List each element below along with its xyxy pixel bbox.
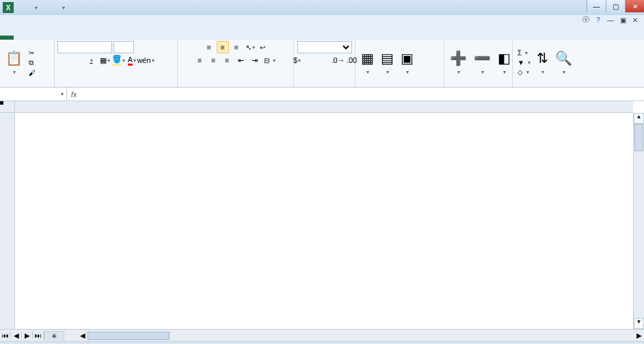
wrap-text-button[interactable]: ↩: [258, 43, 269, 52]
bucket-icon: 🪣: [112, 55, 122, 66]
copy-button[interactable]: ⧉: [27, 58, 39, 68]
scroll-left-icon[interactable]: ◀: [78, 332, 88, 339]
phonetic-button[interactable]: wén: [139, 54, 152, 66]
sheet-next-button[interactable]: ▶: [22, 332, 33, 339]
indent-decrease-button[interactable]: ⇤: [234, 54, 247, 66]
format-cells-button[interactable]: ◧: [495, 49, 513, 77]
copy-icon: ⧉: [29, 59, 33, 67]
quick-access-toolbar: X: [0, 2, 71, 13]
insert-cells-button[interactable]: ➕: [447, 49, 470, 77]
align-right-button[interactable]: ≡: [221, 54, 233, 66]
delete-cells-button[interactable]: ➖: [471, 49, 494, 77]
horizontal-scrollbar[interactable]: ◀ ▶: [78, 331, 644, 341]
spreadsheet-grid: ▲ ▼: [0, 101, 644, 329]
merge-button[interactable]: ⊟: [262, 56, 278, 65]
row-headers: [0, 113, 15, 329]
find-select-button[interactable]: 🔍: [552, 49, 575, 77]
font-size-select[interactable]: [113, 41, 134, 53]
select-all-corner[interactable]: [0, 101, 15, 113]
close-button[interactable]: ✕: [625, 0, 644, 12]
autosum-button[interactable]: Σ: [515, 49, 533, 57]
ribbon-tabs: [0, 25, 644, 40]
align-left-button[interactable]: ≡: [193, 54, 206, 66]
find-icon: 🔍: [555, 50, 572, 66]
conditional-format-button[interactable]: ▦: [358, 49, 377, 77]
cells-area[interactable]: [15, 113, 633, 329]
italic-button[interactable]: [71, 54, 83, 66]
doc-control-row: ⓥ ? — ▣ ✕: [0, 15, 644, 25]
name-box[interactable]: [0, 88, 67, 101]
formula-input[interactable]: [81, 88, 644, 101]
qat-customize-icon[interactable]: [57, 2, 68, 13]
title-bar: X — ▢ ✕: [0, 0, 644, 15]
group-alignment: ≡ ≡ ≡ ➴ ↩ ≡ ≡ ≡ ⇤ ⇥ ⊟: [178, 40, 294, 87]
percent-button[interactable]: [305, 54, 317, 66]
group-title-clipboard: [3, 84, 51, 85]
group-title-alignment: [180, 84, 291, 85]
paste-button[interactable]: 📋: [3, 49, 25, 77]
fill-icon: ▼: [518, 59, 524, 66]
bold-button[interactable]: [57, 54, 70, 66]
save-icon[interactable]: [16, 2, 27, 13]
vertical-scrollbar[interactable]: ▲ ▼: [633, 113, 644, 329]
align-bottom-button[interactable]: ≡: [230, 41, 243, 53]
number-format-select[interactable]: [297, 41, 352, 53]
font-color-icon: A: [128, 55, 133, 66]
orientation-button[interactable]: ➴: [244, 41, 256, 53]
doc-restore-icon[interactable]: ▣: [617, 16, 629, 24]
excel-logo-icon: X: [3, 2, 14, 13]
new-sheet-button[interactable]: ✳: [44, 331, 64, 341]
sheet-nav: ⏮ ◀ ▶ ⏭: [0, 332, 44, 339]
ribbon: 📋 ✂ ⧉ 🖌 ▦ 🪣: [0, 40, 644, 88]
sigma-icon: Σ: [518, 49, 522, 57]
format-painter-button[interactable]: 🖌: [27, 68, 39, 77]
border-button[interactable]: ▦: [98, 54, 111, 66]
fx-area: fx: [67, 88, 81, 101]
eraser-icon: ◇: [518, 68, 523, 76]
sheet-prev-button[interactable]: ◀: [11, 332, 22, 339]
undo-icon[interactable]: [30, 2, 41, 13]
increase-decimal-button[interactable]: .0→: [332, 54, 345, 66]
scroll-right-icon[interactable]: ▶: [634, 332, 644, 339]
help-icon[interactable]: ?: [592, 16, 604, 24]
window-controls: — ▢ ✕: [587, 0, 644, 12]
grow-font-button[interactable]: [135, 41, 148, 53]
fx-button[interactable]: fx: [67, 90, 81, 98]
cut-button[interactable]: ✂: [27, 49, 39, 57]
group-styles: ▦ ▤ ▣: [355, 40, 444, 87]
fill-button[interactable]: ▼: [515, 58, 533, 67]
clear-button[interactable]: ◇: [515, 68, 533, 77]
maximize-button[interactable]: ▢: [606, 0, 625, 12]
sort-icon: ⇅: [537, 50, 548, 66]
scroll-down-icon[interactable]: ▼: [634, 318, 644, 329]
delete-icon: ➖: [474, 50, 491, 66]
comma-button[interactable]: [319, 54, 331, 66]
fill-color-button[interactable]: 🪣: [112, 54, 124, 66]
align-middle-button[interactable]: ≡: [217, 41, 229, 53]
status-bar: − +: [0, 341, 644, 344]
cell-styles-button[interactable]: ▣: [398, 49, 416, 77]
insert-icon: ➕: [450, 50, 467, 66]
shrink-font-button[interactable]: [149, 41, 161, 53]
hscroll-thumb[interactable]: [88, 332, 170, 340]
sheet-last-button[interactable]: ⏭: [33, 332, 44, 339]
redo-icon[interactable]: [44, 2, 55, 13]
sheet-first-button[interactable]: ⏮: [0, 332, 11, 339]
font-name-select[interactable]: [57, 41, 112, 53]
align-center-button[interactable]: ≡: [207, 54, 219, 66]
formula-bar: fx: [0, 88, 644, 101]
align-top-button[interactable]: ≡: [203, 41, 215, 53]
indent-increase-button[interactable]: ⇥: [248, 54, 260, 66]
minimize-button[interactable]: —: [587, 0, 606, 12]
doc-minimize-icon[interactable]: —: [604, 16, 617, 24]
scroll-up-icon[interactable]: ▲: [634, 113, 644, 124]
doc-close-icon[interactable]: ✕: [629, 16, 641, 24]
ribbon-minimize-icon[interactable]: ⓥ: [580, 15, 592, 25]
accounting-button[interactable]: $: [291, 54, 304, 66]
group-title-editing: [515, 84, 619, 85]
underline-button[interactable]: [85, 54, 97, 66]
format-as-table-button[interactable]: ▤: [378, 49, 397, 77]
cut-icon: ✂: [29, 49, 34, 57]
vscroll-thumb[interactable]: [634, 124, 643, 151]
sort-filter-button[interactable]: ⇅: [534, 49, 551, 77]
